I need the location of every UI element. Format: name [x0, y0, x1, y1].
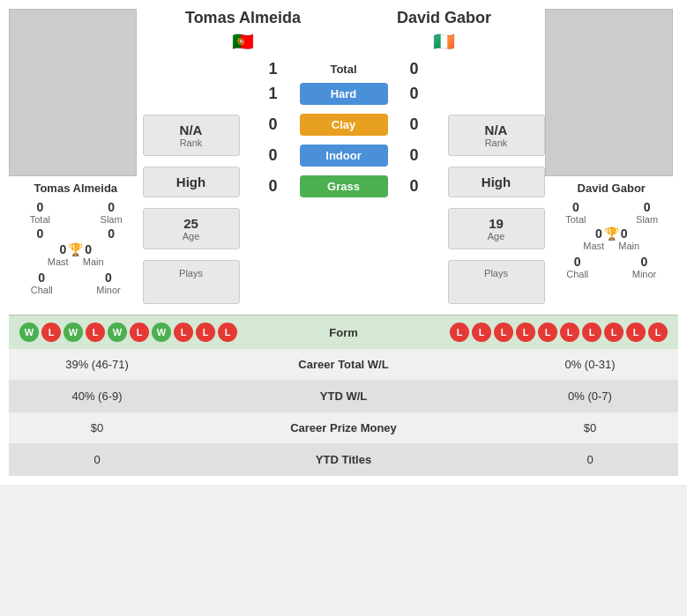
left-main-cell: 0 — [80, 226, 143, 241]
right-plays-panel2: Plays — [448, 260, 545, 304]
right-total-value: 0 — [572, 200, 579, 214]
total-badge: Total — [300, 58, 388, 80]
clay-badge: Clay — [300, 114, 388, 136]
right-plays-lbl: Plays — [456, 268, 537, 278]
right-panels: N/A Rank High 19 Age Plays — [448, 111, 545, 308]
form-badge-w: W — [108, 323, 127, 342]
left-age-value: 25 — [151, 216, 232, 231]
right-header-name: David Gabor 🇮🇪 — [344, 9, 545, 52]
form-badge-l: L — [86, 323, 105, 342]
form-badge-w: W — [152, 323, 171, 342]
right-total-cell: 0 Total — [545, 200, 608, 225]
right-chall-stat: 0 Chall — [566, 255, 588, 279]
left-header-name: Tomas Almeida 🇵🇹 — [143, 9, 344, 52]
form-left: WLWLWLWLLL — [19, 323, 291, 342]
grass-score-right: 0 — [388, 177, 441, 196]
right-trophy-row: 0 🏆 0 Mast Main — [545, 226, 679, 251]
scores-area: 1 Total 0 1 Hard 0 — [143, 56, 545, 108]
left-mast-val2: 0 — [59, 242, 66, 256]
main-container: Tomas Almeida 0 Total 0 Slam 0 0 — [0, 0, 687, 485]
left-player-name: Tomas Almeida — [9, 182, 143, 195]
right-minor-stat: 0 Minor — [632, 255, 657, 279]
right-chall-label: Chall — [566, 269, 588, 279]
left-chall-label: Chall — [31, 285, 53, 295]
form-section: WLWLWLWLLL Form LLLLLLLLLL — [9, 315, 678, 349]
left-flag: 🇵🇹 — [143, 31, 344, 52]
left-minor-value: 0 — [105, 271, 112, 285]
right-age-label: Age — [456, 231, 537, 241]
stats-row-2: $0 Career Prize Money $0 — [9, 412, 678, 444]
form-badge-l: L — [626, 323, 646, 342]
left-plays-value: High — [151, 174, 232, 189]
clay-score-left: 0 — [247, 115, 300, 134]
clay-score-row: 0 Clay 0 — [247, 114, 441, 136]
stat-label-3: YTD Titles — [185, 444, 502, 476]
right-rank-label: Rank — [456, 137, 537, 148]
left-chall-stat: 0 Chall — [31, 271, 53, 295]
left-player-stats: 0 Total 0 Slam 0 0 — [9, 200, 143, 241]
mid-content: N/A Rank High 25 Age Plays — [143, 111, 545, 308]
form-badge-l: L — [516, 323, 535, 342]
right-total-label: Total — [565, 214, 586, 225]
stat-left-1: 40% (6-9) — [9, 381, 185, 412]
right-main-lbl: Main — [618, 241, 639, 251]
hard-badge: Hard — [300, 83, 388, 105]
left-rank-value: N/A — [151, 122, 232, 137]
stats-row-1: 40% (6-9) YTD W/L 0% (0-7) — [9, 381, 678, 412]
clay-score-right: 0 — [388, 115, 441, 134]
right-slam-cell: 0 Slam — [616, 200, 678, 225]
hard-score-right: 0 — [388, 85, 441, 103]
form-badge-l: L — [560, 323, 579, 342]
right-minor-label: Minor — [632, 269, 657, 279]
right-player-name: David Gabor — [545, 182, 679, 195]
form-badge-w: W — [63, 323, 83, 342]
right-rank-panel: N/A Rank — [448, 115, 545, 156]
stat-right-3: 0 — [502, 444, 678, 476]
left-player-photo — [9, 9, 137, 176]
right-chall-row: 0 Chall 0 Minor — [545, 255, 679, 279]
left-mast-value: 0 — [36, 226, 43, 241]
right-player-area: David Gabor 0 Total 0 Slam 0 🏆 0 — [545, 9, 679, 279]
right-player-photo — [545, 9, 673, 176]
left-age-label: Age — [151, 231, 232, 241]
indoor-score-row: 0 Indoor 0 — [247, 145, 441, 167]
right-mast-lbl: Mast — [583, 241, 604, 251]
right-plays-panel: High — [448, 167, 545, 197]
right-player-stats: 0 Total 0 Slam — [545, 200, 679, 225]
form-label: Form — [317, 326, 370, 339]
indoor-score-left: 0 — [247, 146, 300, 165]
left-slam-value: 0 — [108, 200, 115, 214]
hard-score-row: 1 Hard 0 — [143, 83, 545, 105]
total-score-right: 0 — [388, 60, 441, 78]
right-slam-value: 0 — [644, 200, 651, 214]
stats-row-0: 39% (46-71) Career Total W/L 0% (0-31) — [9, 349, 678, 381]
stats-table: 39% (46-71) Career Total W/L 0% (0-31) 4… — [9, 349, 678, 476]
left-age-panel: 25 Age — [143, 208, 240, 249]
left-mast-stat: 0 🏆 0 Mast Main — [41, 242, 111, 267]
left-trophy-icon: 🏆 — [68, 242, 83, 256]
stat-right-1: 0% (0-7) — [502, 381, 678, 412]
left-rank-panel: N/A Rank — [143, 115, 240, 156]
stat-left-0: 39% (46-71) — [9, 349, 185, 381]
form-badge-l: L — [494, 323, 513, 342]
top-names-row: Tomas Almeida 🇵🇹 David Gabor 🇮🇪 — [143, 9, 545, 52]
left-plays-panel: High — [143, 167, 240, 197]
right-name-text: David Gabor — [344, 9, 545, 27]
indoor-badge: Indoor — [300, 145, 388, 167]
indoor-score-right: 0 — [388, 146, 441, 165]
right-rank-value: N/A — [456, 122, 537, 137]
right-age-value: 19 — [456, 216, 537, 231]
form-badge-l: L — [174, 323, 193, 342]
center-content: Tomas Almeida 🇵🇹 David Gabor 🇮🇪 1 Total … — [143, 9, 545, 308]
form-right: LLLLLLLLLL — [397, 323, 668, 342]
left-chall-row: 0 Chall 0 Minor — [9, 271, 143, 295]
stat-left-2: $0 — [9, 412, 185, 444]
left-main-value: 0 — [108, 226, 115, 241]
form-badge-l: L — [582, 323, 601, 342]
left-rank-label: Rank — [151, 137, 232, 148]
left-mast-lbl: Mast — [48, 256, 69, 267]
left-minor-label: Minor — [96, 285, 121, 295]
left-total-cell: 0 Total — [9, 200, 71, 225]
right-flag: 🇮🇪 — [344, 31, 545, 52]
right-age-panel: 19 Age — [448, 208, 545, 249]
